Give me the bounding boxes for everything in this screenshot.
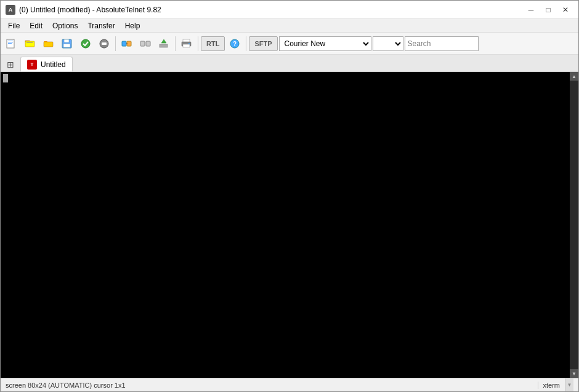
menu-options[interactable]: Options: [47, 19, 83, 32]
svg-rect-1: [8, 41, 13, 41]
new-icon: [6, 39, 17, 49]
app-icon: A: [6, 5, 15, 15]
svg-rect-18: [140, 41, 145, 46]
toolbar-separator-2: [175, 36, 176, 51]
terminal-area[interactable]: ▲ ▼: [1, 72, 578, 378]
stop-icon: [99, 39, 110, 49]
svg-rect-5: [25, 41, 34, 47]
terminal-content[interactable]: [1, 72, 570, 378]
toolbar: RTL ? SFTP Courier New Consolas Terminal…: [1, 33, 578, 55]
svg-rect-19: [146, 41, 150, 46]
maximize-button[interactable]: □: [540, 3, 556, 17]
tab-label: Untitled: [41, 60, 66, 69]
scroll-up-arrow[interactable]: ▲: [570, 72, 578, 81]
disconnect-icon: [140, 39, 151, 49]
stop-button[interactable]: [95, 35, 113, 52]
terminal-cursor: [3, 74, 8, 82]
svg-rect-14: [102, 42, 107, 45]
connect-button[interactable]: [118, 35, 136, 52]
svg-rect-24: [183, 44, 190, 47]
svg-text:?: ?: [233, 41, 237, 47]
title-bar-left: A (0) Untitled (modified) - AbsoluteTeln…: [6, 5, 161, 15]
disconnect-button[interactable]: [137, 35, 154, 52]
new-button[interactable]: [3, 35, 20, 52]
svg-rect-15: [122, 41, 126, 46]
font-size-selector[interactable]: 8 10 12 14: [373, 36, 403, 51]
svg-rect-20: [160, 44, 168, 47]
save-icon: [62, 39, 73, 49]
status-terminal-type: xterm: [538, 382, 565, 389]
toolbar-separator-4: [246, 36, 246, 51]
upload-icon: [158, 39, 169, 49]
help-icon: ?: [229, 39, 240, 49]
svg-rect-11: [63, 44, 70, 47]
status-terminal-info: screen 80x24 (AUTOMATIC) cursor 1x1: [6, 382, 538, 389]
close-button[interactable]: ✕: [557, 3, 573, 17]
svg-rect-2: [8, 42, 13, 42]
svg-rect-10: [64, 39, 69, 42]
scroll-down-arrow[interactable]: ▼: [570, 369, 578, 378]
svg-rect-8: [44, 42, 53, 47]
menu-bar: File Edit Options Transfer Help: [1, 19, 578, 33]
font-selector[interactable]: Courier New Consolas Terminal Lucida Con…: [279, 36, 371, 51]
svg-rect-3: [8, 43, 12, 44]
open-icon: [25, 39, 36, 49]
open-folder-button[interactable]: [40, 35, 57, 52]
menu-file[interactable]: File: [3, 19, 25, 32]
toolbar-separator-1: [115, 36, 116, 51]
menu-edit[interactable]: Edit: [25, 19, 47, 32]
help-button[interactable]: ?: [226, 35, 243, 52]
tabs-bar: ⊞ T Untitled: [1, 55, 578, 72]
svg-point-25: [188, 43, 190, 44]
tab-session-icon: T: [27, 60, 37, 70]
svg-rect-16: [127, 41, 131, 46]
connect-icon: [121, 39, 132, 49]
check-icon: [80, 39, 91, 49]
scroll-track[interactable]: [570, 81, 578, 369]
menu-transfer[interactable]: Transfer: [83, 19, 119, 32]
verify-button[interactable]: [77, 35, 94, 52]
toolbar-separator-3: [198, 36, 198, 51]
minimize-button[interactable]: ─: [523, 3, 539, 17]
rtl-button[interactable]: RTL: [201, 36, 225, 51]
search-input[interactable]: [405, 36, 479, 51]
window-title: (0) Untitled (modified) - AbsoluteTelnet…: [19, 6, 161, 14]
save-button[interactable]: [59, 35, 76, 52]
title-bar: A (0) Untitled (modified) - AbsoluteTeln…: [1, 1, 578, 19]
svg-point-12: [81, 39, 90, 48]
print-icon: [181, 39, 192, 49]
open-button[interactable]: [22, 35, 39, 52]
print-button[interactable]: [178, 35, 195, 52]
sftp-button[interactable]: SFTP: [249, 36, 277, 51]
menu-help[interactable]: Help: [120, 19, 145, 32]
svg-rect-6: [26, 42, 33, 43]
tab-switcher-button[interactable]: ⊞: [3, 58, 18, 71]
svg-marker-21: [161, 39, 166, 43]
upload-button[interactable]: [155, 35, 172, 52]
status-scrollbar-corner: ▼: [565, 378, 573, 392]
scrollbar-vertical[interactable]: ▲ ▼: [570, 72, 578, 378]
folder-icon: [43, 39, 54, 49]
status-bar: screen 80x24 (AUTOMATIC) cursor 1x1 xter…: [1, 378, 578, 391]
tab-untitled[interactable]: T Untitled: [20, 57, 73, 71]
window-controls: ─ □ ✕: [523, 3, 573, 17]
